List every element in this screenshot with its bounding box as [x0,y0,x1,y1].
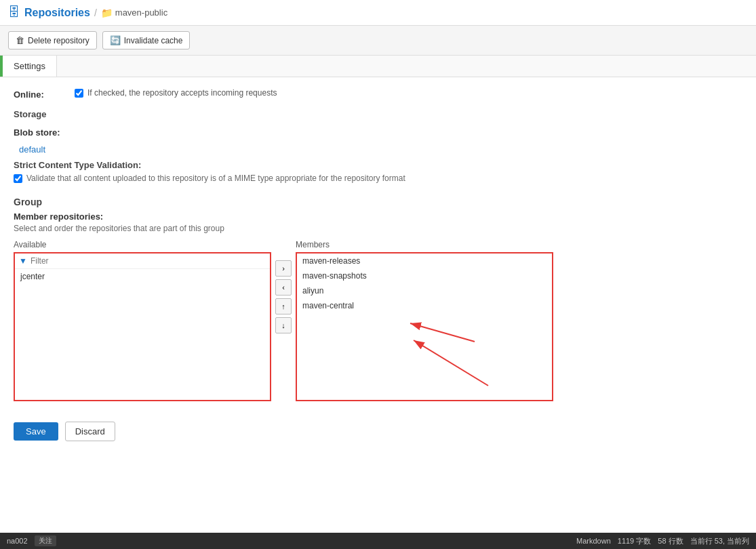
members-list[interactable]: maven-releases maven-snapshots aliyun ma… [296,252,553,401]
member-item-maven-releases[interactable]: maven-releases [297,253,552,268]
available-item-jcenter[interactable]: jcenter [15,269,270,284]
picker-area: Available ▼ jcenter › ‹ ↑ ↓ [14,240,742,401]
strict-label: Strict Content Type Validation: [14,160,141,170]
available-col: Available ▼ jcenter [14,240,271,401]
member-item-maven-central[interactable]: maven-central [297,298,552,313]
group-title: Group [14,197,742,207]
member-repos-label: Member repositories: [14,211,742,222]
online-help-text: If checked, the repository accepts incom… [87,88,277,98]
strict-row: Strict Content Type Validation: Validate… [14,160,742,184]
delete-btn-label: Delete repository [28,36,89,45]
invalidate-icon: 🔄 [110,35,121,45]
strict-checkbox[interactable] [14,174,22,183]
breadcrumb: 📁 maven-public [101,7,167,18]
members-col: Members maven-releases maven-snapshots a… [296,240,553,401]
form-area: Online: If checked, the repository accep… [0,77,756,412]
move-up-button[interactable]: ↑ [275,298,292,314]
strict-help-text: Validate that all content uploaded to th… [26,173,405,184]
move-left-button[interactable]: ‹ [275,279,292,296]
picker-container: Available ▼ jcenter › ‹ ↑ ↓ [14,240,742,401]
move-down-button[interactable]: ↓ [275,317,292,333]
blob-store-link[interactable]: default [19,144,45,155]
blob-store-label: Blob store: [14,126,68,138]
header-bar: 🗄 Repositories / 📁 maven-public [0,0,756,26]
member-repos-desc: Select and order the repositories that a… [14,224,742,233]
group-section: Group Member repositories: Select and or… [14,197,742,401]
online-row: Online: If checked, the repository accep… [14,88,742,100]
tab-settings[interactable]: Settings [0,56,57,77]
blob-store-value-row: default [16,144,742,155]
invalidate-btn-label: Invalidate cache [124,36,183,45]
online-checkbox-label[interactable]: If checked, the repository accepts incom… [75,88,277,98]
move-right-button[interactable]: › [275,260,292,277]
breadcrumb-label: maven-public [115,7,167,18]
filter-row: ▼ [15,253,270,269]
blob-store-row: Blob store: [14,126,742,138]
discard-button[interactable]: Discard [65,422,115,441]
online-field: If checked, the repository accepts incom… [75,88,277,98]
save-button[interactable]: Save [14,422,58,441]
breadcrumb-separator: / [94,7,97,18]
invalidate-cache-button[interactable]: 🔄 Invalidate cache [102,31,191,49]
repositories-link[interactable]: Repositories [24,7,90,19]
toolbar: 🗑 Delete repository 🔄 Invalidate cache [0,26,756,56]
filter-input[interactable] [31,256,266,266]
filter-icon: ▼ [19,256,27,266]
storage-section-header: Storage [14,109,742,122]
online-label: Online: [14,88,68,100]
available-label: Available [14,240,271,249]
bottom-bar: Save Discard [0,412,756,451]
available-list[interactable]: ▼ jcenter [14,252,271,401]
arrow-buttons: › ‹ ↑ ↓ [271,240,296,333]
online-checkbox[interactable] [75,89,83,98]
folder-icon: 📁 [101,7,113,18]
tab-settings-label: Settings [14,61,45,71]
member-item-aliyun[interactable]: aliyun [297,283,552,298]
tab-bar: Settings [0,56,756,77]
strict-check-row: Validate that all content uploaded to th… [14,173,742,184]
database-icon: 🗄 [8,5,20,20]
delete-repository-button[interactable]: 🗑 Delete repository [8,31,97,49]
delete-icon: 🗑 [16,35,24,45]
members-label: Members [296,240,553,249]
member-item-maven-snapshots[interactable]: maven-snapshots [297,268,552,283]
